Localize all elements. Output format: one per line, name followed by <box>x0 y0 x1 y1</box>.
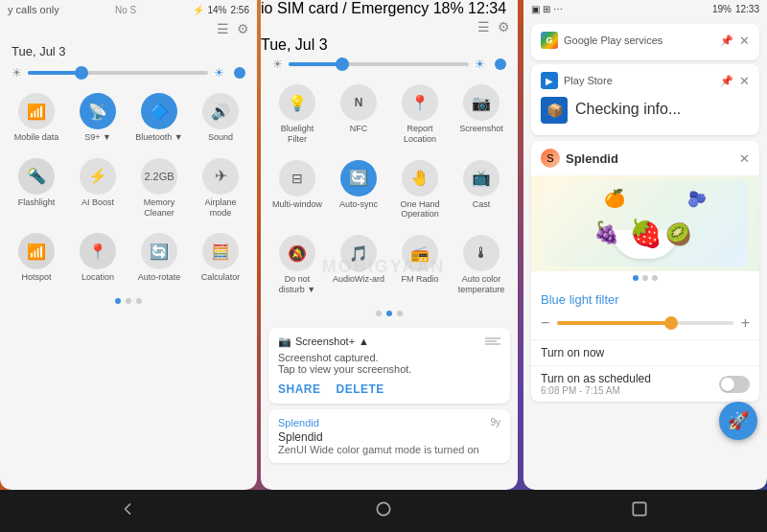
s9-icon: 📡 <box>80 93 116 129</box>
qs-airplane[interactable]: ✈ Airplane mode <box>192 152 249 224</box>
qs-report-location[interactable]: 📍 Report Location <box>391 79 449 150</box>
edit-icon-left[interactable]: ☰ <box>217 21 229 36</box>
qs-s9[interactable]: 📡 S9+ ▼ <box>69 87 127 149</box>
qs-nfc[interactable]: N NFC <box>330 79 387 150</box>
qs-cast[interactable]: 📺 Cast <box>453 154 510 226</box>
google-play-services-icon: G <box>541 32 558 49</box>
gps-actions: 📌 ✕ <box>720 34 750 48</box>
mid-sun-dim-icon: ☀ <box>272 58 283 71</box>
ps-pin-icon: 📌 <box>720 75 733 87</box>
home-button[interactable] <box>364 499 403 523</box>
qs-label-calculator: Calculator <box>201 272 241 283</box>
mid-brightness-indicator <box>495 58 506 70</box>
svg-point-0 <box>377 502 389 515</box>
qs-memory-cleaner[interactable]: 2.2GB Memory Cleaner <box>130 152 188 224</box>
settings-icon-left[interactable]: ⚙ <box>237 21 249 36</box>
fab-button[interactable]: 🚀 <box>719 402 757 440</box>
toggle-thumb <box>721 378 734 391</box>
qs-label-auto-rotate: Auto-rotate <box>138 272 181 283</box>
splendid-dot-1 <box>633 275 639 281</box>
dot-1 <box>115 298 121 304</box>
qs-dnd[interactable]: 🔕 Do not disturb ▼ <box>268 229 326 301</box>
qs-calculator[interactable]: 🧮 Calculator <box>192 227 249 289</box>
splendid-notification-mid[interactable]: Splendid 9y Splendid ZenUI Wide color ga… <box>268 409 510 463</box>
play-store-notif[interactable]: ▶ Play Store 📌 ✕ 📦 Checking info... <box>531 64 759 135</box>
delete-button[interactable]: DELETE <box>337 382 384 396</box>
qs-mobile-data[interactable]: 📶 Mobile data <box>8 87 65 149</box>
left-date: Tue, Jul 3 <box>0 38 257 62</box>
splendid-time: 9y <box>490 417 500 428</box>
qs-sound[interactable]: 🔊 Sound <box>192 87 249 149</box>
mid-status-bar: io SIM card / Emergency 18% 12:34 <box>261 0 518 17</box>
ps-close-icon[interactable]: ✕ <box>739 74 750 88</box>
right-signal-icons: ▣ ⊞ ⋯ <box>531 4 563 14</box>
airplane-icon: ✈ <box>202 158 239 195</box>
qs-flashlight[interactable]: 🔦 Flashlight <box>8 152 65 224</box>
splendid-card-title: Splendid <box>566 151 618 166</box>
right-wifi-icon: ▣ <box>531 4 540 14</box>
fruit-emoji: 🍓 <box>629 218 662 249</box>
qs-one-hand[interactable]: 🤚 One Hand Operation <box>391 154 449 226</box>
location-icon: 📍 <box>80 233 116 269</box>
sun-bright-icon: ☀ <box>214 66 224 80</box>
settings-icon-mid[interactable]: ⚙ <box>498 19 510 35</box>
brightness-slider[interactable] <box>28 71 208 75</box>
qs-label-auto-color-temp: Auto color temperature <box>454 274 508 295</box>
share-button[interactable]: SHARE <box>278 382 321 396</box>
splendid-card[interactable]: S Splendid ✕ 🍓 🍇 🥝 🍊 🫐 <box>531 141 759 402</box>
screenshot-notification[interactable]: 📷 Screenshot+ ▲ Screenshot captured. Tap… <box>268 328 510 404</box>
gps-close-icon[interactable]: ✕ <box>739 34 750 48</box>
splendid-dot-2 <box>642 275 648 281</box>
mid-dots <box>261 305 518 322</box>
right-time: 12:33 <box>735 4 759 14</box>
qs-hotspot[interactable]: 📶 Hotspot <box>8 227 65 289</box>
qs-bluetooth[interactable]: 🔷 Bluetooth ▼ <box>130 87 188 149</box>
mid-date: Tue, Jul 3 <box>261 36 518 54</box>
splendid-close-icon[interactable]: ✕ <box>739 151 750 166</box>
mid-qs-grid: 💡 Bluelight Filter N NFC 📍 Report Locati… <box>261 75 518 305</box>
dnd-icon: 🔕 <box>279 235 315 271</box>
splendid-card-header: S Splendid ✕ <box>531 141 759 175</box>
qs-bluelight[interactable]: 💡 Bluelight Filter <box>268 79 326 150</box>
audiowizard-icon: 🎵 <box>340 235 377 271</box>
qs-audiowizard[interactable]: 🎵 AudioWiz-ard <box>330 229 387 301</box>
fab-icon: 🚀 <box>728 410 749 431</box>
qs-screenshot[interactable]: 📷 Screenshot <box>453 79 510 150</box>
blue-light-slider-row: − + <box>531 311 759 339</box>
splendid-title-row: S Splendid <box>541 149 618 168</box>
ps-header: ▶ Play Store 📌 ✕ <box>541 72 750 89</box>
splendid-notif-desc: ZenUI Wide color gamut mode is turned on <box>278 444 500 455</box>
scheduled-toggle[interactable] <box>719 376 750 393</box>
blue-light-slider[interactable] <box>557 321 732 325</box>
flashlight-icon: 🔦 <box>18 158 55 195</box>
gps-app-name: Google Play services <box>564 35 662 46</box>
mid-brightness-slider[interactable] <box>289 62 469 66</box>
qs-multi-window[interactable]: ⊟ Multi-window <box>268 154 326 226</box>
splendid-dot-3 <box>652 275 658 281</box>
screenshot-action-buttons: SHARE DELETE <box>278 382 500 396</box>
qs-fm-radio[interactable]: 📻 FM Radio <box>391 229 449 301</box>
qs-auto-rotate[interactable]: 🔄 Auto-rotate <box>130 227 188 289</box>
google-play-services-notif[interactable]: G Google Play services 📌 ✕ <box>531 24 759 60</box>
screenshot-icon: 📷 <box>463 84 500 121</box>
mid-brightness-row: ☀ ☀ <box>261 54 518 75</box>
qs-auto-color-temp[interactable]: 🌡 Auto color temperature <box>453 229 510 301</box>
back-button[interactable] <box>108 499 147 523</box>
right-more-icon: ⋯ <box>553 4 563 14</box>
qs-label-multi-window: Multi-window <box>272 199 322 210</box>
qs-location[interactable]: 📍 Location <box>69 227 127 289</box>
right-battery: 19% <box>712 4 732 14</box>
gps-header: G Google Play services 📌 ✕ <box>541 32 750 49</box>
turn-on-scheduled-label: Turn on as scheduled <box>541 372 651 385</box>
report-location-icon: 📍 <box>402 84 438 121</box>
edit-icon-mid[interactable]: ☰ <box>477 19 490 35</box>
turn-on-now-label: Turn on now <box>541 346 604 359</box>
mid-dot-3 <box>397 311 403 316</box>
qs-label-bluetooth: Bluetooth ▼ <box>135 132 182 143</box>
qs-ai-boost[interactable]: ⚡ AI Boost <box>69 152 127 224</box>
bluetooth-qs-icon: 🔷 <box>141 93 177 129</box>
dot-3 <box>136 298 142 304</box>
recents-button[interactable] <box>620 499 659 523</box>
qs-auto-sync[interactable]: 🔄 Auto-sync <box>330 154 387 226</box>
multi-window-icon: ⊟ <box>279 160 315 197</box>
